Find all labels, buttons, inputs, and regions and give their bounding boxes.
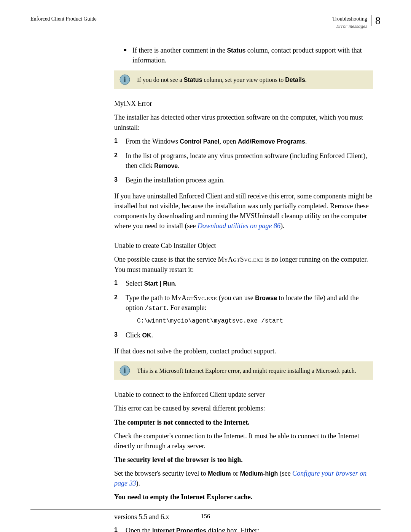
status-bullet-list: If there is another comment in the Statu… xyxy=(122,45,373,65)
info-note-ie: i This is a Microsoft Internet Explorer … xyxy=(114,361,373,380)
myinx-steps: 1 From the Windows Control Panel, open A… xyxy=(114,136,373,185)
list-item: 2 Type the path to MyAgtSvc.exe (you can… xyxy=(114,293,373,326)
info-text: If you do not see a Status column, set y… xyxy=(137,75,307,84)
page-number: 156 xyxy=(0,512,411,521)
info-text: This is a Microsoft Internet Explorer er… xyxy=(137,366,356,375)
service-name: MyAgtSvc.exe xyxy=(218,256,263,263)
svg-text:i: i xyxy=(124,75,126,84)
problem2-body: Set the browser's security level to Medi… xyxy=(114,468,373,488)
info-icon: i xyxy=(119,74,130,85)
connect-body: This error can be caused by several diff… xyxy=(114,403,373,413)
list-item: 3 Click OK. xyxy=(114,330,373,340)
header-right: Troubleshooting Error messages 8 xyxy=(332,15,381,30)
problem1-heading: The computer is not connected to the Int… xyxy=(114,417,373,427)
cache-steps: 1 Open the Internet Properties dialog bo… xyxy=(114,526,373,532)
cab-heading: Unable to create Cab Installer Object xyxy=(114,241,373,251)
content: If there is another comment in the Statu… xyxy=(114,45,373,532)
list-item: 3 Begin the installation process again. xyxy=(114,175,373,185)
code-example: C:\winnt\mycio\agent\myagtsvc.exe /start xyxy=(137,317,373,326)
cab-steps: 1 Select Start | Run. 2 Type the path to… xyxy=(114,278,373,340)
connect-heading: Unable to connect to the Enforced Client… xyxy=(114,390,373,399)
page: Enforced Client Product Guide Troublesho… xyxy=(30,15,381,509)
list-item: 1 From the Windows Control Panel, open A… xyxy=(114,136,373,146)
svg-text:i: i xyxy=(124,366,126,375)
header-left: Enforced Client Product Guide xyxy=(30,15,97,23)
header-subsection: Error messages xyxy=(332,23,367,30)
page-header: Enforced Client Product Guide Troublesho… xyxy=(30,15,381,30)
problem1-body: Check the computer's connection to the I… xyxy=(114,431,373,451)
list-item: 1 Open the Internet Properties dialog bo… xyxy=(114,526,373,532)
download-utilities-link[interactable]: Download utilities on page 86 xyxy=(198,222,280,230)
problem3-heading: You need to empty the Internet Explorer … xyxy=(114,492,373,502)
myinx-heading: MyINX Error xyxy=(114,99,373,109)
chapter-number: 8 xyxy=(371,15,381,26)
myinx-body: The installer has detected other virus p… xyxy=(114,112,373,132)
problem2-heading: The security level of the browser is too… xyxy=(114,455,373,465)
list-item: 1 Select Start | Run. xyxy=(114,278,373,288)
list-item: 2 In the list of programs, locate any vi… xyxy=(114,151,373,171)
footer-rule xyxy=(30,510,381,510)
info-icon: i xyxy=(119,365,130,376)
uninstalled-paragraph: If you have uninstalled Enforced Client … xyxy=(114,191,373,231)
list-item: If there is another comment in the Statu… xyxy=(122,45,373,65)
cab-body: One possible cause is that the service M… xyxy=(114,254,373,274)
after-cab: If that does not solve the problem, cont… xyxy=(114,346,373,356)
header-section: Troubleshooting xyxy=(332,15,367,23)
info-note-status: i If you do not see a Status column, set… xyxy=(114,70,373,89)
